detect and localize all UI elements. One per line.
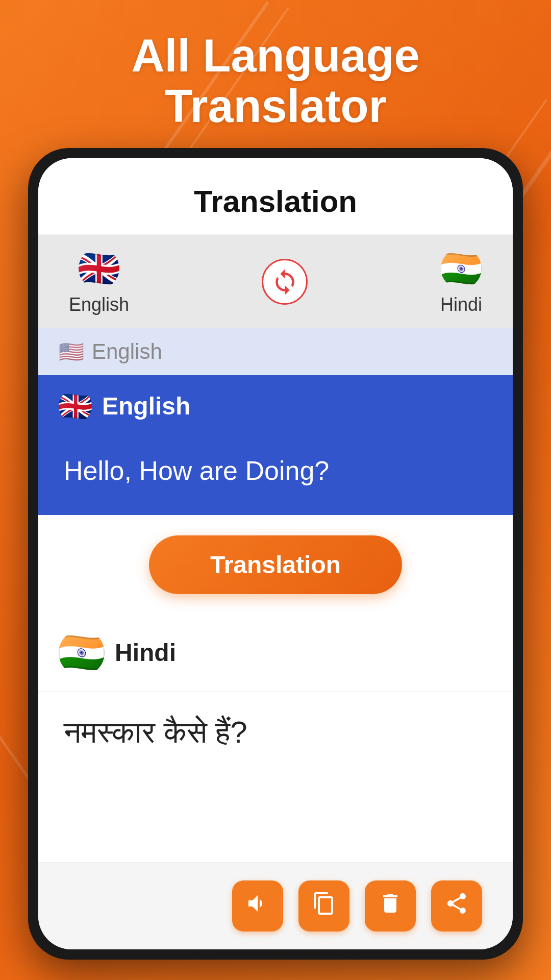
phone-mockup: Translation 🇬🇧 English 🇮🇳 Hindi (28, 148, 523, 960)
input-flag-icon: 🇬🇧 (59, 389, 92, 423)
input-section: 🇬🇧 English Hello, How are Doing? (38, 375, 513, 515)
input-header: 🇬🇧 English (38, 375, 513, 437)
screen-header: Translation (38, 158, 513, 235)
input-text-area[interactable]: Hello, How are Doing? (38, 437, 513, 515)
swap-icon (271, 268, 299, 296)
copy-icon (312, 891, 336, 921)
output-text: नमस्कार कैसे हैं? (38, 692, 513, 773)
translate-button[interactable]: Translation (149, 535, 402, 594)
target-language-selector[interactable]: 🇮🇳 Hindi (440, 248, 482, 315)
faded-flag-icon: 🇺🇸 (59, 340, 84, 364)
app-title-line2: Translator (0, 81, 551, 132)
speaker-icon (245, 891, 270, 921)
source-language-label: English (69, 294, 129, 315)
source-language-selector[interactable]: 🇬🇧 English (69, 248, 129, 315)
share-icon (444, 891, 469, 921)
input-language-label: English (102, 392, 190, 420)
share-button[interactable] (431, 880, 482, 932)
copy-button[interactable] (298, 880, 349, 932)
faded-input-bar: 🇺🇸 English (38, 328, 513, 375)
output-language-label: Hindi (115, 639, 176, 667)
screen-title: Translation (194, 184, 357, 218)
speak-button[interactable] (232, 880, 283, 932)
output-section: 🇮🇳 Hindi नमस्कार कैसे हैं? (38, 615, 513, 862)
app-title: All Language Translator (0, 31, 551, 132)
delete-icon (378, 891, 403, 921)
phone-screen: Translation 🇬🇧 English 🇮🇳 Hindi (38, 158, 513, 949)
app-title-line1: All Language (0, 31, 551, 81)
source-flag-icon: 🇬🇧 (79, 248, 119, 289)
language-bar: 🇬🇧 English 🇮🇳 Hindi (38, 235, 513, 328)
target-flag-icon: 🇮🇳 (441, 248, 482, 289)
target-language-label: Hindi (440, 294, 482, 315)
output-flag-icon: 🇮🇳 (59, 630, 105, 676)
swap-languages-button[interactable] (262, 259, 308, 305)
translate-button-area: Translation (38, 515, 513, 615)
delete-button[interactable] (365, 880, 416, 932)
action-bar (38, 862, 513, 949)
output-header: 🇮🇳 Hindi (38, 615, 513, 692)
faded-input-text: English (92, 339, 162, 364)
